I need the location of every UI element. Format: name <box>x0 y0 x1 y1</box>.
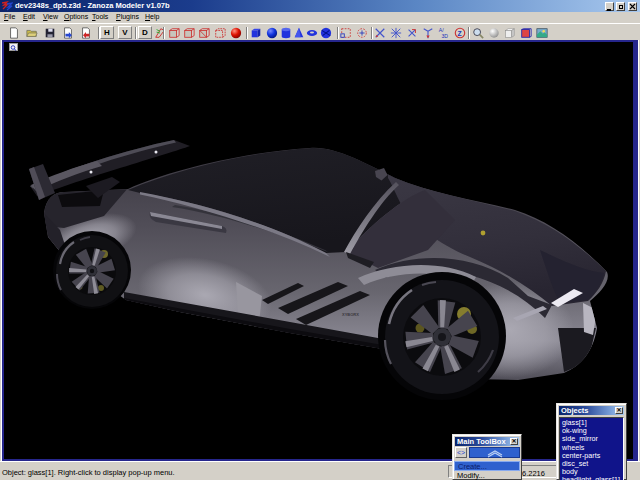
svg-text:XYBORX: XYBORX <box>342 312 359 317</box>
svg-text:Z: Z <box>457 30 461 37</box>
svg-text:3D: 3D <box>441 33 448 39</box>
svg-text:A/: A/ <box>439 27 444 33</box>
